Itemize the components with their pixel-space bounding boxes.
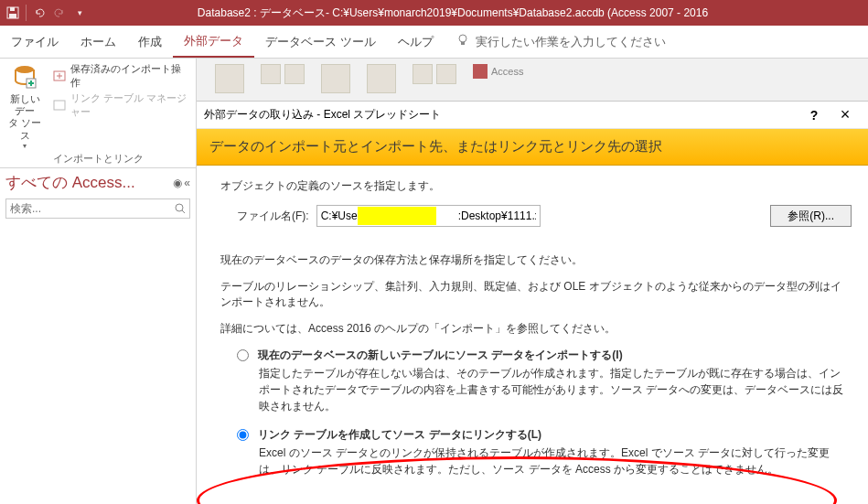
- instruction-2: テーブルのリレーションシップ、集計列、入力規則、既定値、および OLE オブジェ…: [220, 279, 852, 310]
- svg-point-3: [459, 35, 466, 42]
- link-table-manager-label: リンク テーブル マネージャー: [70, 91, 190, 119]
- new-data-source-button[interactable]: 新しいデー タ ソース ▾: [5, 62, 45, 146]
- tab-create[interactable]: 作成: [127, 26, 173, 58]
- data-source-icon: [10, 62, 39, 91]
- link-table-icon: [52, 98, 67, 113]
- export-email-icon: [367, 64, 396, 93]
- access-export-icon: [473, 64, 488, 79]
- svg-rect-1: [9, 14, 16, 18]
- instruction-3: 詳細については、Access 2016 のヘルプの「インポート」を参照してくださ…: [220, 321, 852, 337]
- option-link-desc: Excel のソース データとのリンクが保持されるテーブルが作成されます。Exc…: [259, 445, 844, 477]
- nav-dropdown-icon[interactable]: ◉: [173, 177, 182, 189]
- ribbon-group-label: インポートとリンク: [0, 150, 196, 167]
- export-excel-icon: [261, 64, 281, 84]
- access-export-label: Access: [491, 66, 523, 77]
- export-saved-icon: [215, 64, 244, 93]
- svg-point-5: [16, 66, 34, 73]
- export-pdf-icon: [321, 64, 350, 93]
- nav-search[interactable]: [5, 198, 190, 219]
- svg-rect-2: [10, 7, 15, 11]
- dialog-title: 外部データの取り込み - Excel スプレッドシート: [204, 107, 798, 123]
- window-title: Database2 : データベース- C:¥Users¥monarch2019…: [92, 5, 868, 21]
- browse-button[interactable]: 参照(R)...: [770, 205, 852, 227]
- export-word-icon: [436, 64, 456, 84]
- tab-home[interactable]: ホーム: [70, 26, 127, 58]
- import-dialog: 外部データの取り込み - Excel スプレッドシート ? × データのインポー…: [197, 101, 868, 504]
- tab-help[interactable]: ヘルプ: [387, 26, 445, 58]
- close-button[interactable]: ×: [830, 105, 861, 124]
- option-link-radio[interactable]: [237, 429, 249, 441]
- saved-imports-label: 保存済みのインポート操作: [70, 62, 190, 90]
- saved-imports-button[interactable]: 保存済みのインポート操作: [52, 62, 190, 90]
- redaction-mask: [358, 207, 436, 225]
- option-import-desc: 指定したテーブルが存在しない場合は、そのテーブルが作成されます。指定したテーブル…: [259, 365, 844, 414]
- dialog-banner: データのインポート元とインポート先、またはリンク元とリンク先の選択: [197, 129, 868, 166]
- instruction-1: 現在のデータベースのデータの保存方法と保存場所を指定してください。: [220, 252, 852, 268]
- help-button[interactable]: ?: [798, 108, 830, 123]
- nav-pane-title[interactable]: すべての Access...: [5, 172, 135, 193]
- file-label: ファイル名(F):: [237, 209, 309, 224]
- redo-icon[interactable]: [52, 5, 67, 20]
- tell-me[interactable]: 実行したい作業を入力してください: [445, 33, 677, 50]
- qat-dropdown-icon[interactable]: ▾: [72, 5, 87, 20]
- search-icon[interactable]: [171, 202, 189, 215]
- tell-me-label: 実行したい作業を入力してください: [476, 34, 666, 50]
- option-import-label[interactable]: 現在のデータベースの新しいテーブルにソース データをインポートする(I): [258, 348, 623, 363]
- tab-external-data[interactable]: 外部データ: [173, 26, 254, 58]
- search-input[interactable]: [6, 202, 171, 215]
- export-xml-icon: [413, 64, 433, 84]
- svg-point-9: [176, 204, 183, 211]
- option-link-label[interactable]: リンク テーブルを作成してソース データにリンクする(L): [258, 427, 541, 443]
- ribbon-export-group: Access: [197, 59, 868, 102]
- new-data-source-label: 新しいデー タ ソース: [5, 93, 45, 142]
- option-import-radio[interactable]: [237, 349, 249, 361]
- svg-rect-8: [54, 101, 65, 110]
- saved-imports-icon: [52, 69, 67, 83]
- svg-rect-4: [461, 42, 465, 45]
- nav-collapse-icon[interactable]: «: [184, 177, 190, 189]
- link-table-manager-button: リンク テーブル マネージャー: [52, 91, 190, 119]
- tab-file[interactable]: ファイル: [0, 26, 70, 58]
- lightbulb-icon: [455, 33, 470, 50]
- export-text-icon: [284, 64, 305, 84]
- undo-icon[interactable]: [32, 5, 47, 20]
- spec-text: オブジェクトの定義のソースを指定します。: [220, 178, 852, 194]
- chevron-down-icon: ▾: [23, 142, 27, 151]
- tab-dbtools[interactable]: データベース ツール: [254, 26, 387, 58]
- save-icon[interactable]: [5, 5, 20, 20]
